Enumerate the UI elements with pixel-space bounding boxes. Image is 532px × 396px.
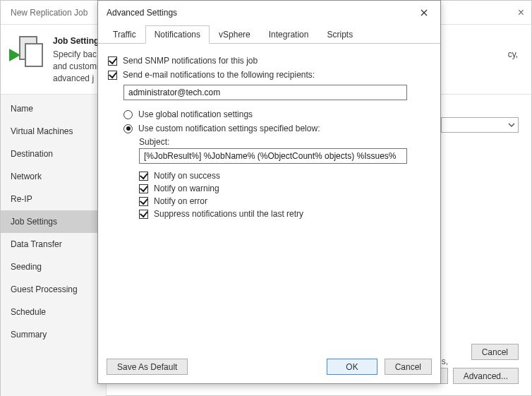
wizard-cancel-button[interactable]: Cancel bbox=[471, 344, 519, 360]
notify-success-row[interactable]: Notify on success bbox=[139, 169, 430, 182]
sidebar-item-job-settings[interactable]: Job Settings bbox=[1, 210, 106, 233]
notifications-panel: Send SNMP notifications for this job Sen… bbox=[98, 44, 440, 352]
ok-button[interactable]: OK bbox=[327, 359, 377, 375]
custom-settings-radio-row[interactable]: Use custom notification settings specifi… bbox=[123, 121, 430, 136]
dialog-title: Advanced Settings bbox=[107, 8, 177, 18]
sidebar-item-summary[interactable]: Summary bbox=[1, 323, 106, 346]
subject-input[interactable]: [%JobResult%] %JobName% (%ObjectCount% o… bbox=[139, 148, 407, 164]
tabstrip: TrafficNotificationsvSphereIntegrationSc… bbox=[98, 25, 440, 44]
dialog-titlebar: Advanced Settings bbox=[98, 1, 440, 25]
tab-vsphere[interactable]: vSphere bbox=[210, 25, 260, 44]
custom-settings-label: Use custom notification settings specifi… bbox=[138, 124, 320, 133]
notify-warning-checkbox[interactable] bbox=[139, 184, 148, 193]
chevron-down-icon bbox=[508, 121, 515, 128]
global-settings-label: Use global notification settings bbox=[138, 109, 253, 119]
hint-text-fragment: s, bbox=[442, 356, 448, 366]
email-label: Send e-mail notifications to the followi… bbox=[123, 70, 315, 80]
notify-success-checkbox[interactable] bbox=[139, 172, 148, 181]
sidebar-item-network[interactable]: Network bbox=[1, 165, 106, 188]
sidebar-item-destination[interactable]: Destination bbox=[1, 143, 106, 165]
cancel-button[interactable]: Cancel bbox=[385, 359, 432, 375]
repository-dropdown[interactable] bbox=[441, 117, 519, 133]
sidebar-item-guest-processing[interactable]: Guest Processing bbox=[1, 278, 106, 301]
snmp-checkbox[interactable] bbox=[108, 56, 117, 66]
tab-traffic[interactable]: Traffic bbox=[104, 25, 145, 44]
notify-warning-row[interactable]: Notify on warning bbox=[139, 182, 430, 195]
wizard-title: New Replication Job bbox=[11, 8, 87, 18]
sidebar-item-data-transfer[interactable]: Data Transfer bbox=[1, 233, 106, 256]
sidebar-item-name[interactable]: Name bbox=[1, 97, 106, 120]
advanced-settings-dialog: Advanced Settings TrafficNotificationsvS… bbox=[97, 0, 441, 384]
tab-scripts[interactable]: Scripts bbox=[318, 25, 362, 44]
tab-integration[interactable]: Integration bbox=[260, 25, 318, 44]
snmp-checkbox-row[interactable]: Send SNMP notifications for this job bbox=[108, 54, 430, 68]
sidebar-item-virtual-machines[interactable]: Virtual Machines bbox=[1, 120, 106, 143]
email-recipients-input[interactable]: administrator@tech.com bbox=[123, 85, 407, 100]
close-button[interactable] bbox=[413, 5, 435, 20]
save-as-default-button[interactable]: Save As Default bbox=[107, 359, 188, 375]
sidebar-item-seeding[interactable]: Seeding bbox=[1, 256, 106, 278]
notify-error-checkbox[interactable] bbox=[139, 197, 148, 206]
global-settings-radio-row[interactable]: Use global notification settings bbox=[123, 107, 430, 121]
wizard-sidebar: NameVirtual MachinesDestinationNetworkRe… bbox=[1, 95, 107, 396]
tab-notifications[interactable]: Notifications bbox=[145, 25, 210, 44]
job-icon bbox=[12, 36, 43, 67]
suppress-retry-label: Suppress notifications until the last re… bbox=[154, 209, 303, 219]
custom-settings-radio[interactable] bbox=[123, 124, 133, 133]
dialog-footer: Save As Default OK Cancel bbox=[98, 352, 440, 383]
global-settings-radio[interactable] bbox=[123, 110, 133, 119]
sidebar-item-re-ip[interactable]: Re-IP bbox=[1, 188, 106, 210]
snmp-label: Send SNMP notifications for this job bbox=[123, 56, 258, 66]
notify-success-label: Notify on success bbox=[154, 171, 220, 181]
advanced-button[interactable]: Advanced... bbox=[453, 368, 519, 384]
wizard-close-icon[interactable]: × bbox=[518, 7, 524, 18]
email-checkbox-row[interactable]: Send e-mail notifications to the followi… bbox=[108, 68, 430, 82]
suppress-retry-row[interactable]: Suppress notifications until the last re… bbox=[139, 208, 430, 220]
subject-label: Subject: bbox=[139, 137, 430, 147]
email-checkbox[interactable] bbox=[108, 71, 117, 80]
suppress-retry-checkbox[interactable] bbox=[139, 210, 148, 219]
notify-error-row[interactable]: Notify on error bbox=[139, 195, 430, 208]
sidebar-item-schedule[interactable]: Schedule bbox=[1, 301, 106, 323]
wizard-footer: Advanced... bbox=[453, 368, 519, 384]
close-icon bbox=[421, 9, 428, 16]
notify-error-label: Notify on error bbox=[154, 196, 207, 206]
notify-warning-label: Notify on warning bbox=[154, 184, 219, 193]
